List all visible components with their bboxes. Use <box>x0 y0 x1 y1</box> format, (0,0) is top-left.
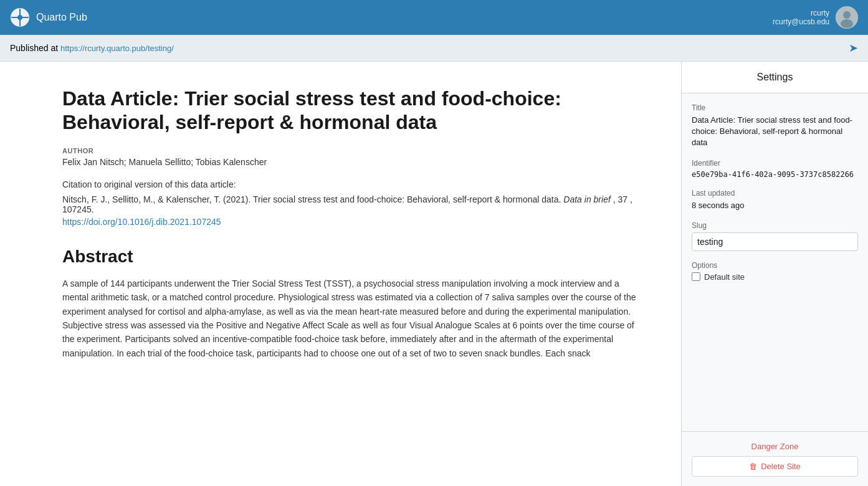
settings-identifier-field: Identifier e50e79ba-41f6-402a-9095-3737c… <box>692 159 858 179</box>
citation-pages: 107245. <box>62 204 94 214</box>
delete-icon: 🗑 <box>749 462 757 471</box>
citation-doi-link[interactable]: https://doi.org/10.1016/j.dib.2021.10724… <box>62 217 221 227</box>
settings-slug-field: Slug <box>692 221 858 251</box>
user-info: rcurty rcurty@ucsb.edu <box>773 9 829 26</box>
brand-name: Quarto Pub <box>36 12 87 23</box>
settings-slug-input[interactable] <box>692 232 858 251</box>
share-icon[interactable]: ➤ <box>849 41 858 55</box>
delete-site-button[interactable]: 🗑 Delete Site <box>692 456 858 477</box>
published-label-area: Published at https://rcurty.quarto.pub/t… <box>10 43 174 53</box>
danger-zone: Danger Zone 🗑 Delete Site <box>682 431 868 486</box>
svg-point-3 <box>17 15 22 20</box>
author-label: AUTHOR <box>62 147 644 155</box>
settings-options-field: Options Default site <box>692 261 858 282</box>
settings-slug-label: Slug <box>692 221 858 230</box>
default-site-row: Default site <box>692 272 858 282</box>
citation-comma2: , <box>630 194 632 204</box>
article-title: Data Article: Trier social stress test a… <box>62 87 644 135</box>
settings-options-label: Options <box>692 261 858 270</box>
user-email: rcurty@ucsb.edu <box>773 17 829 26</box>
app-header: Quarto Pub rcurty rcurty@ucsb.edu <box>0 0 868 35</box>
settings-title-value: Data Article: Trier social stress test a… <box>692 115 858 149</box>
header-user: rcurty rcurty@ucsb.edu <box>773 6 858 29</box>
avatar[interactable] <box>836 6 858 29</box>
settings-body: Title Data Article: Trier social stress … <box>682 93 868 431</box>
svg-point-5 <box>843 11 851 19</box>
header-brand: Quarto Pub <box>10 7 87 27</box>
abstract-title: Abstract <box>62 247 644 267</box>
quarto-logo-icon <box>10 7 30 27</box>
author-names: Felix Jan Nitsch; Manuela Sellitto; Tobi… <box>62 157 644 167</box>
citation-text: Nitsch, F. J., Sellitto, M., & Kalensche… <box>62 194 644 214</box>
settings-last-updated-field: Last updated 8 seconds ago <box>692 189 858 211</box>
settings-last-updated-label: Last updated <box>692 189 858 198</box>
settings-title-field: Title Data Article: Trier social stress … <box>692 103 858 149</box>
citation-volume: 37 <box>618 194 627 204</box>
settings-identifier-label: Identifier <box>692 159 858 168</box>
main-layout: Data Article: Trier social stress test a… <box>0 62 868 486</box>
settings-identifier-value: e50e79ba-41f6-402a-9095-3737c8582266 <box>692 170 858 179</box>
citation-intro: Citation to original version of this dat… <box>62 179 644 189</box>
settings-last-updated-value: 8 seconds ago <box>692 200 858 211</box>
abstract-text: A sample of 144 participants underwent t… <box>62 277 644 360</box>
published-at-text: Published at <box>10 43 58 53</box>
settings-header: Settings <box>682 62 868 93</box>
published-bar: Published at https://rcurty.quarto.pub/t… <box>0 35 868 62</box>
delete-site-label: Delete Site <box>761 462 801 471</box>
published-url-link[interactable]: https://rcurty.quarto.pub/testing/ <box>60 44 174 53</box>
citation-text-main: Nitsch, F. J., Sellitto, M., & Kalensche… <box>62 194 561 204</box>
danger-zone-label: Danger Zone <box>692 442 858 451</box>
default-site-label: Default site <box>704 272 745 282</box>
svg-point-6 <box>841 19 853 28</box>
username: rcurty <box>773 9 829 17</box>
citation-journal: Data in brief <box>563 194 610 204</box>
settings-panel: Settings Title Data Article: Trier socia… <box>681 62 868 486</box>
article-area: Data Article: Trier social stress test a… <box>0 62 681 486</box>
settings-title-label: Title <box>692 103 858 112</box>
default-site-checkbox[interactable] <box>692 272 700 281</box>
